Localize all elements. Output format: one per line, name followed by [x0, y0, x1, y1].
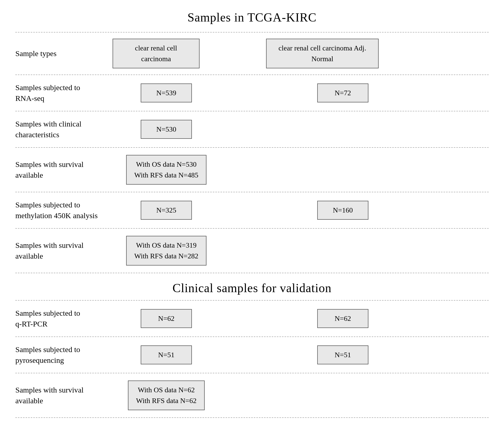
survival-methyl-col1-box: With OS data N=319With RFS data N=282: [126, 236, 206, 266]
survival-methyl-row: Samples with survivalavailable With OS d…: [15, 229, 489, 273]
clinical-char-col1: N=530: [113, 120, 220, 139]
qrt-pcr-row: Samples subjected toq-RT-PCR N=62 N=62: [15, 301, 489, 337]
survival-methyl-content: With OS data N=319With RFS data N=282: [113, 236, 489, 266]
survival-validation-content: With OS data N=62With RFS data N=62: [113, 380, 489, 410]
pyrosequencing-col1-box: N=51: [141, 345, 192, 364]
page-container: Samples in TCGA-KIRC Sample types clear …: [15, 10, 489, 418]
col2-header: clear renal cell carcinoma Adj.Normal: [266, 39, 379, 68]
pyrosequencing-label: Samples subjected topyrosequencing: [15, 344, 113, 366]
rna-seq-label: Samples subjected toRNA-seq: [15, 82, 113, 104]
survival-validation-label: Samples with survivalavailable: [15, 385, 113, 406]
survival-rna-col1-box: With OS data N=530With RFS data N=485: [126, 155, 206, 185]
methylation-row: Samples subjected tomethylation 450K ana…: [15, 192, 489, 229]
clinical-char-row: Samples with clinicalcharacteristics N=5…: [15, 111, 489, 148]
clinical-char-label: Samples with clinicalcharacteristics: [15, 119, 113, 140]
survival-rna-row: Samples with survivalavailable With OS d…: [15, 148, 489, 192]
sample-types-row: Sample types clear renal cellcarcinoma c…: [15, 33, 489, 75]
sample-type-col1-box: clear renal cellcarcinoma: [113, 39, 200, 68]
survival-methyl-label: Samples with survivalavailable: [15, 240, 113, 261]
rna-seq-col2: N=72: [287, 83, 399, 102]
row-label-sample-types: Sample types: [15, 49, 113, 58]
pyrosequencing-col2: N=51: [287, 345, 399, 364]
methylation-col2: N=160: [287, 201, 399, 220]
rna-seq-row: Samples subjected toRNA-seq N=539 N=72: [15, 75, 489, 111]
pyrosequencing-row: Samples subjected topyrosequencing N=51 …: [15, 337, 489, 373]
qrt-pcr-label: Samples subjected toq-RT-PCR: [15, 308, 113, 329]
survival-methyl-col1: With OS data N=319With RFS data N=282: [113, 236, 220, 266]
col1-header: clear renal cellcarcinoma: [113, 39, 200, 68]
header-content: clear renal cellcarcinoma clear renal ce…: [113, 39, 489, 68]
survival-validation-col1: With OS data N=62With RFS data N=62: [113, 380, 220, 410]
rna-seq-col1: N=539: [113, 83, 220, 102]
methylation-content: N=325 N=160: [113, 201, 489, 220]
clinical-char-col1-box: N=530: [141, 120, 192, 139]
methylation-col1-box: N=325: [141, 201, 192, 220]
validation-title: Clinical samples for validation: [15, 273, 489, 300]
clinical-char-content: N=530: [113, 120, 489, 139]
methylation-label: Samples subjected tomethylation 450K ana…: [15, 199, 113, 221]
pyrosequencing-col2-box: N=51: [317, 345, 368, 364]
sample-type-col2-box: clear renal cell carcinoma Adj.Normal: [266, 39, 379, 68]
rna-seq-content: N=539 N=72: [113, 83, 489, 102]
methylation-col1: N=325: [113, 201, 220, 220]
qrt-pcr-col2-box: N=62: [317, 309, 368, 328]
rna-seq-col2-box: N=72: [317, 83, 368, 102]
survival-validation-row: Samples with survivalavailable With OS d…: [15, 373, 489, 417]
pyrosequencing-content: N=51 N=51: [113, 345, 489, 364]
qrt-pcr-col1: N=62: [113, 309, 220, 328]
survival-validation-col1-box: With OS data N=62With RFS data N=62: [128, 380, 205, 410]
survival-rna-col1: With OS data N=530With RFS data N=485: [113, 155, 220, 185]
survival-rna-label: Samples with survivalavailable: [15, 159, 113, 181]
pyrosequencing-col1: N=51: [113, 345, 220, 364]
main-title: Samples in TCGA-KIRC: [15, 10, 489, 24]
validation-section: Samples subjected toq-RT-PCR N=62 N=62 S…: [15, 300, 489, 418]
survival-rna-content: With OS data N=530With RFS data N=485: [113, 155, 489, 185]
qrt-pcr-col1-box: N=62: [141, 309, 192, 328]
qrt-pcr-content: N=62 N=62: [113, 309, 489, 328]
tcga-section: Sample types clear renal cellcarcinoma c…: [15, 32, 489, 273]
qrt-pcr-col2: N=62: [287, 309, 399, 328]
methylation-col2-box: N=160: [317, 201, 368, 220]
rna-seq-col1-box: N=539: [141, 83, 192, 102]
